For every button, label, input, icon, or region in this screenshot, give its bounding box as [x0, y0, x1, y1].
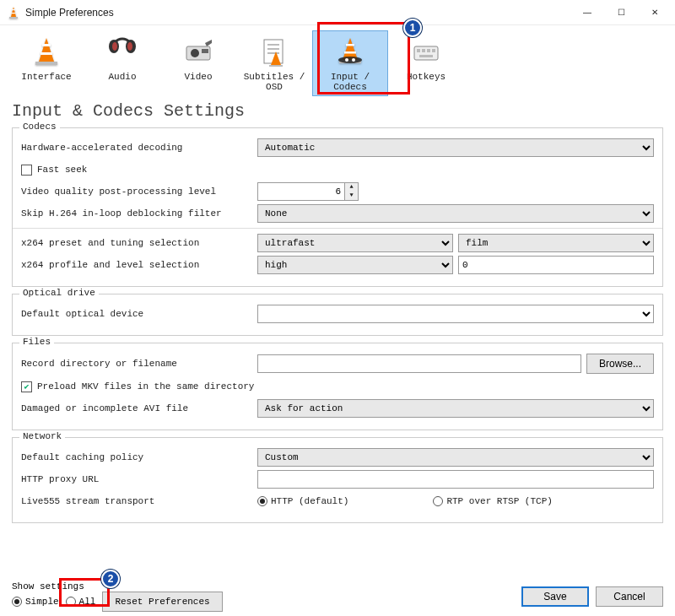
save-button[interactable]: Save: [521, 586, 589, 607]
checkbox-icon: ✔: [21, 381, 32, 392]
vq-postproc-label: Video quality post-processing level: [21, 186, 257, 197]
fast-seek-label: Fast seek: [37, 165, 87, 175]
svg-rect-23: [346, 44, 354, 46]
tab-interface[interactable]: Interface: [8, 30, 84, 96]
input-codecs-icon: [333, 35, 367, 68]
skip-deblock-select[interactable]: None: [257, 204, 654, 223]
fast-seek-checkbox[interactable]: Fast seek: [21, 165, 87, 176]
cancel-button[interactable]: Cancel: [596, 586, 663, 607]
tab-label: Video: [184, 72, 212, 82]
x264-level-input[interactable]: [458, 256, 654, 274]
browse-button[interactable]: Browse...: [586, 354, 654, 374]
svg-rect-1: [9, 17, 18, 19]
radio-icon: [433, 496, 443, 506]
svg-rect-31: [427, 49, 430, 52]
svg-rect-20: [269, 65, 283, 67]
video-icon: [181, 35, 215, 68]
vq-postproc-spinner[interactable]: ▲▼: [257, 182, 359, 201]
tab-input-codecs[interactable]: Input / Codecs: [312, 30, 388, 96]
simple-label: Simple: [25, 597, 59, 607]
interface-icon: [30, 35, 63, 68]
tab-label: Hotkeys: [407, 72, 446, 82]
group-legend: Optical drive: [19, 288, 99, 298]
svg-rect-5: [35, 62, 57, 65]
http-default-label: HTTP (default): [271, 496, 348, 506]
svg-marker-4: [39, 38, 54, 62]
x264-profile-select[interactable]: high: [257, 256, 453, 274]
svg-point-10: [112, 42, 117, 51]
minimize-button[interactable]: —: [570, 1, 604, 24]
spin-down-icon[interactable]: ▼: [345, 192, 358, 200]
skip-deblock-label: Skip H.264 in-loop deblocking filter: [21, 208, 257, 219]
radio-http-default[interactable]: HTTP (default): [257, 496, 348, 506]
http-proxy-input[interactable]: [257, 470, 654, 489]
svg-point-13: [191, 49, 199, 57]
svg-rect-32: [432, 49, 435, 52]
maximize-button[interactable]: ☐: [604, 1, 638, 24]
all-label: All: [79, 597, 96, 607]
hw-decoding-select[interactable]: Automatic: [257, 138, 654, 157]
group-codecs: Codecs Hardware-accelerated decoding Aut…: [12, 127, 663, 287]
svg-rect-14: [202, 49, 208, 53]
svg-rect-7: [40, 52, 52, 55]
tab-label: Audio: [108, 72, 136, 82]
page-title: Input & Codecs Settings: [0, 96, 675, 127]
tab-audio[interactable]: Audio: [84, 30, 160, 96]
group-legend: Network: [19, 431, 65, 441]
radio-icon: [66, 597, 76, 607]
checkbox-icon: [21, 165, 32, 176]
close-button[interactable]: ✕: [638, 1, 672, 24]
x264-preset-select[interactable]: ultrafast: [257, 234, 453, 252]
vq-postproc-input[interactable]: [257, 182, 345, 201]
optical-device-select[interactable]: [257, 305, 654, 323]
spin-up-icon[interactable]: ▲: [345, 183, 358, 192]
tab-label: Input / Codecs: [313, 72, 387, 92]
record-dir-input[interactable]: [257, 354, 581, 373]
svg-rect-2: [12, 9, 15, 10]
annotation-badge-2: 2: [101, 570, 120, 588]
stream-transport-label: Live555 stream transport: [21, 496, 257, 506]
svg-rect-6: [42, 44, 51, 46]
record-dir-label: Record directory or filename: [21, 359, 257, 369]
svg-rect-29: [417, 49, 420, 52]
vlc-cone-icon: [7, 6, 20, 19]
preload-mkv-checkbox[interactable]: ✔ Preload MKV files in the same director…: [21, 381, 254, 392]
tab-label: Subtitles / OSD: [237, 72, 311, 92]
x264-profile-label: x264 profile and level selection: [21, 260, 257, 270]
caching-select[interactable]: Custom: [257, 448, 654, 467]
svg-rect-3: [12, 13, 16, 14]
radio-rtp[interactable]: RTP over RTSP (TCP): [433, 496, 552, 506]
annotation-badge-1: 1: [403, 19, 422, 37]
radio-icon: [12, 597, 22, 607]
tab-subtitles[interactable]: Subtitles / OSD: [236, 30, 312, 96]
reset-preferences-button[interactable]: Reset Preferences: [102, 592, 222, 612]
x264-preset-label: x264 preset and tuning selection: [21, 238, 257, 248]
audio-icon: [105, 35, 139, 68]
group-legend: Files: [19, 337, 54, 347]
tab-hotkeys[interactable]: Hotkeys: [388, 30, 464, 96]
window-titlebar: Simple Preferences — ☐ ✕: [0, 0, 675, 25]
radio-simple[interactable]: Simple: [12, 597, 59, 607]
svg-rect-30: [422, 49, 425, 52]
x264-tuning-select[interactable]: film: [458, 234, 654, 252]
http-proxy-label: HTTP proxy URL: [21, 474, 257, 484]
optical-device-label: Default optical device: [21, 309, 257, 319]
preferences-toolbar: Interface Audio Video Subtitles / OSD In…: [0, 25, 675, 96]
caching-label: Default caching policy: [21, 452, 257, 462]
damaged-avi-label: Damaged or incomplete AVI file: [21, 403, 257, 413]
subtitles-icon: [257, 35, 291, 68]
svg-point-11: [127, 42, 132, 51]
group-network: Network Default caching policy Custom HT…: [12, 437, 663, 523]
radio-icon: [257, 496, 267, 506]
tab-video[interactable]: Video: [160, 30, 236, 96]
radio-all[interactable]: All: [66, 597, 96, 607]
tab-label: Interface: [21, 72, 71, 82]
rtp-label: RTP over RTSP (TCP): [446, 496, 552, 506]
footer: Show settings Simple All Reset Preferenc…: [0, 577, 675, 616]
damaged-avi-select[interactable]: Ask for action: [257, 399, 654, 418]
window-title: Simple Preferences: [25, 7, 570, 19]
svg-rect-24: [344, 51, 356, 54]
svg-marker-0: [11, 7, 16, 17]
group-files: Files Record directory or filename Brows…: [12, 343, 663, 430]
svg-rect-33: [419, 55, 433, 57]
